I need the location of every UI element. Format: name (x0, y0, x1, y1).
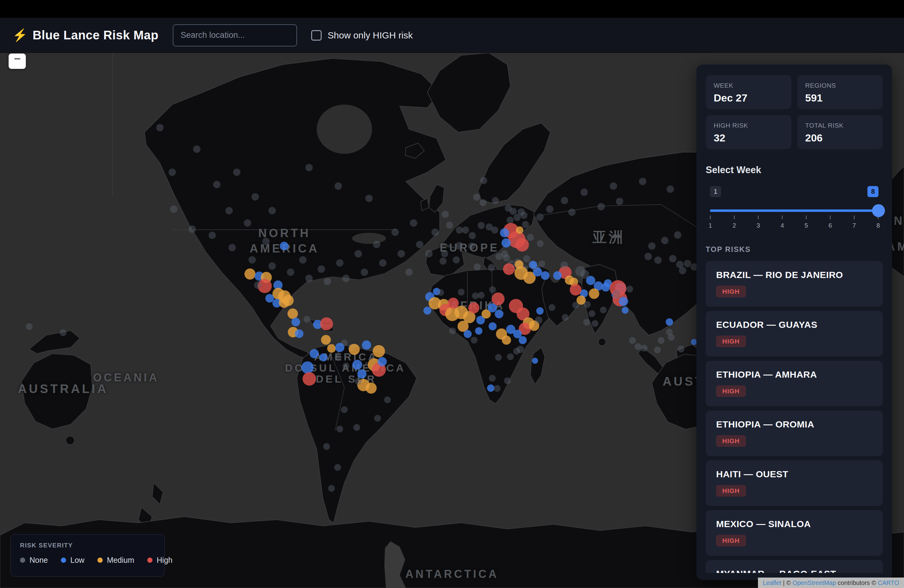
risk-dot-l[interactable] (291, 318, 300, 326)
risk-dot-n[interactable] (480, 199, 487, 206)
risk-dot-n[interactable] (299, 256, 307, 264)
risk-dot-n[interactable] (474, 264, 481, 270)
risk-dot-n[interactable] (668, 334, 675, 341)
risk-dot-n[interactable] (588, 310, 595, 317)
risk-dot-n[interactable] (156, 124, 164, 131)
risk-dot-n[interactable] (639, 178, 646, 185)
risk-dot-l[interactable] (357, 369, 367, 379)
attribution-link[interactable]: CARTO (878, 579, 899, 586)
risk-dot-m[interactable] (245, 269, 256, 280)
risk-dot-n[interactable] (213, 181, 220, 188)
risk-dot-n[interactable] (392, 229, 399, 236)
risk-dot-n[interactable] (269, 262, 276, 270)
risk-dot-n[interactable] (169, 169, 176, 176)
risk-dot-n[interactable] (667, 185, 674, 193)
risk-dot-n[interactable] (597, 203, 605, 210)
risk-dot-m[interactable] (373, 345, 385, 357)
attribution-link[interactable]: Leaflet (763, 579, 781, 586)
risk-dot-n[interactable] (654, 346, 661, 353)
risk-dot-m[interactable] (589, 288, 599, 299)
risk-dot-m[interactable] (349, 344, 360, 355)
risk-dot-n[interactable] (244, 219, 251, 227)
risk-dot-n[interactable] (446, 222, 453, 229)
risk-dot-n[interactable] (626, 286, 633, 292)
risk-dot-n[interactable] (568, 209, 575, 216)
risk-dot-n[interactable] (60, 329, 66, 336)
risk-dot-l[interactable] (362, 340, 371, 350)
risk-dot-n[interactable] (492, 197, 499, 204)
risk-dot-n[interactable] (398, 250, 405, 258)
risk-dot-n[interactable] (456, 242, 463, 249)
risk-dot-l[interactable] (424, 307, 431, 315)
attribution-link[interactable]: OpenStreetMap (793, 579, 836, 586)
zoom-out-button[interactable]: − (9, 54, 26, 69)
risk-dot-n[interactable] (478, 292, 485, 299)
risk-dot-n[interactable] (580, 188, 588, 196)
risk-dot-n[interactable] (669, 255, 676, 262)
risk-dot-n[interactable] (361, 269, 368, 276)
risk-dot-n[interactable] (510, 208, 517, 215)
risk-dot-l[interactable] (488, 322, 496, 330)
risk-dot-m[interactable] (288, 308, 298, 319)
risk-dot-l[interactable] (280, 242, 288, 250)
risk-dot-n[interactable] (188, 225, 196, 233)
risk-dot-n[interactable] (471, 337, 477, 343)
risk-dot-n[interactable] (354, 250, 362, 258)
risk-dot-h[interactable] (570, 284, 582, 296)
risk-dot-n[interactable] (335, 182, 342, 190)
risk-dot-n[interactable] (437, 289, 444, 296)
risk-dot-n[interactable] (335, 354, 341, 361)
risk-dot-n[interactable] (209, 232, 216, 239)
risk-dot-n[interactable] (537, 240, 544, 247)
risk-dot-n[interactable] (353, 424, 360, 431)
risk-dot-l[interactable] (536, 307, 544, 315)
risk-dot-n[interactable] (616, 198, 623, 205)
risk-dot-n[interactable] (337, 426, 343, 432)
risk-dot-n[interactable] (610, 182, 617, 190)
risk-dot-n[interactable] (645, 253, 652, 260)
risk-dot-n[interactable] (629, 337, 636, 344)
risk-dot-n[interactable] (384, 397, 391, 403)
risk-card[interactable]: ETHIOPIA — AMHARAHIGH (706, 361, 883, 406)
risk-dot-m[interactable] (321, 335, 331, 345)
risk-dot-n[interactable] (365, 194, 373, 202)
risk-dot-n[interactable] (251, 193, 259, 201)
risk-dot-l[interactable] (487, 384, 495, 392)
risk-dot-h[interactable] (303, 372, 316, 386)
risk-dot-n[interactable] (521, 212, 528, 219)
risk-dot-l[interactable] (622, 307, 629, 314)
risk-dot-n[interactable] (473, 194, 480, 201)
risk-dot-n[interactable] (425, 250, 433, 258)
risk-dot-l[interactable] (529, 261, 537, 269)
risk-dot-n[interactable] (562, 314, 569, 321)
risk-dot-n[interactable] (522, 221, 529, 228)
risk-card[interactable]: ECUADOR — GUAYASHIGH (706, 311, 883, 356)
risk-dot-n[interactable] (661, 237, 669, 244)
risk-dot-l[interactable] (691, 339, 697, 345)
risk-dot-n[interactable] (269, 207, 276, 214)
risk-dot-n[interactable] (535, 316, 542, 324)
risk-card[interactable]: MYANMAR — BAGO-EASTHIGH (706, 560, 883, 573)
risk-dot-l[interactable] (541, 271, 550, 280)
risk-dot-n[interactable] (262, 238, 270, 245)
risk-dot-n[interactable] (495, 354, 502, 361)
risk-dot-n[interactable] (355, 378, 362, 385)
risk-dot-n[interactable] (538, 261, 545, 267)
risk-dot-n[interactable] (449, 327, 456, 334)
risk-dot-l[interactable] (666, 318, 673, 326)
risk-dot-n[interactable] (492, 227, 498, 234)
risk-dot-n[interactable] (440, 258, 447, 265)
risk-dot-n[interactable] (323, 443, 330, 450)
risk-dot-l[interactable] (501, 238, 511, 248)
risk-dot-l[interactable] (532, 358, 538, 364)
risk-dot-h[interactable] (515, 238, 529, 251)
risk-dot-l[interactable] (553, 271, 562, 280)
risk-dot-n[interactable] (287, 269, 294, 276)
risk-dot-l[interactable] (500, 228, 509, 237)
risk-dot-m[interactable] (515, 260, 523, 269)
risk-dot-n[interactable] (504, 377, 511, 384)
risk-dot-m[interactable] (279, 297, 289, 308)
risk-dot-n[interactable] (410, 219, 417, 227)
risk-dot-n[interactable] (453, 256, 460, 264)
risk-dot-n[interactable] (592, 320, 598, 327)
